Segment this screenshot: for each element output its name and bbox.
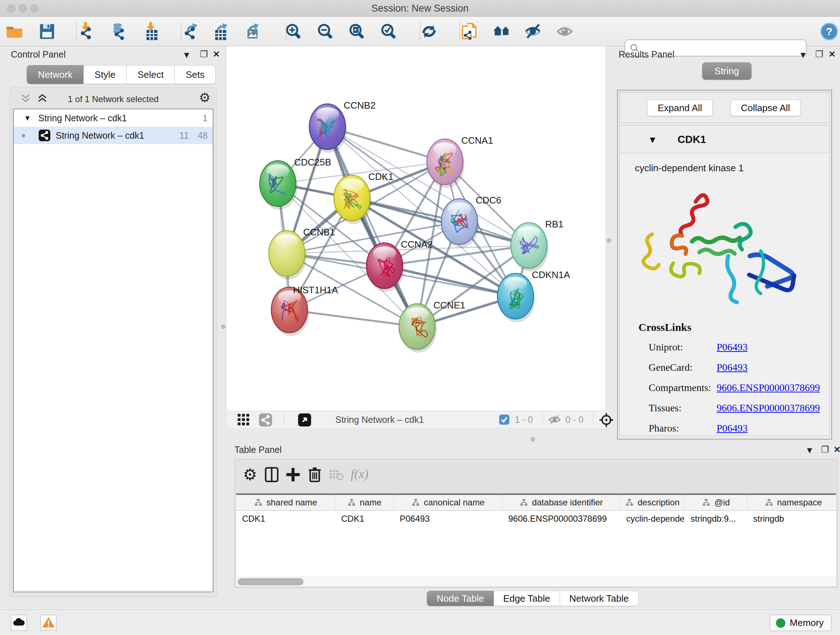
tab-edge-table[interactable]: Edge Table xyxy=(494,591,560,606)
network-options-gear-icon[interactable]: ⚙ xyxy=(199,91,210,104)
import-table-icon[interactable] xyxy=(141,20,164,43)
close-panel-icon[interactable]: ✕ xyxy=(829,49,836,59)
float-panel-icon[interactable]: ❐ xyxy=(821,445,829,455)
tab-node-table[interactable]: Node Table xyxy=(427,591,494,606)
network-view[interactable]: CCNB2 CCNA1 CDC25B CDK1 CDC6 RB1 CCNB1 xyxy=(227,46,605,428)
column-header--id[interactable]: @id xyxy=(685,495,747,510)
crosslink-label: Tissues: xyxy=(649,402,682,414)
left-splitter-handle[interactable] xyxy=(221,325,225,329)
table-cell[interactable]: CDK1 xyxy=(236,511,335,527)
collapse-all-button[interactable]: Collapse All xyxy=(730,100,801,116)
footer-separator xyxy=(542,413,543,426)
table-settings-icon[interactable]: ⚙ xyxy=(240,464,261,486)
table-cell[interactable]: stringdb xyxy=(747,511,836,527)
node-HIST1H1A[interactable]: HIST1H1A xyxy=(271,285,338,336)
float-panel-icon[interactable]: ❐ xyxy=(815,49,823,59)
node-CCNB1[interactable]: CCNB1 xyxy=(269,226,335,279)
panel-menu-icon[interactable]: ▼ xyxy=(182,50,191,60)
table-cell[interactable]: P06493 xyxy=(394,511,502,527)
export-table-icon[interactable] xyxy=(209,20,232,43)
crosslink-link[interactable]: 9606.ENSP00000378699 xyxy=(717,402,820,414)
table-cell[interactable]: cyclin-dependent ... xyxy=(621,511,685,527)
column-header-database-identifier[interactable]: database identifier xyxy=(502,495,621,510)
save-session-icon[interactable] xyxy=(35,20,58,43)
houses-icon[interactable] xyxy=(491,20,514,43)
duplicate-network-icon[interactable] xyxy=(458,20,481,43)
node-entry-header[interactable]: ▼ CDK1 xyxy=(620,127,829,153)
column-header-description[interactable]: description xyxy=(621,495,685,510)
table-horizontal-scrollbar[interactable] xyxy=(236,577,836,586)
node-CDC6[interactable]: CDC6 xyxy=(441,195,501,248)
birdseye-icon[interactable] xyxy=(298,413,311,428)
export-network-icon[interactable] xyxy=(179,20,202,43)
table-cell[interactable]: stringdb:9... xyxy=(685,511,747,527)
table-cell[interactable]: CDK1 xyxy=(335,511,394,527)
crosslink-link[interactable]: P06493 xyxy=(717,362,748,373)
node-CCNA1[interactable]: CCNA1 xyxy=(427,135,493,188)
zoom-fit-icon[interactable] xyxy=(346,20,369,43)
tab-network-table[interactable]: Network Table xyxy=(560,591,638,606)
zoom-selected-icon[interactable] xyxy=(377,20,401,43)
crosslink-label: Uniprot: xyxy=(649,341,683,353)
open-session-icon[interactable] xyxy=(3,20,26,43)
refresh-icon[interactable] xyxy=(417,20,441,43)
tab-string[interactable]: String xyxy=(702,62,752,80)
tab-sets[interactable]: Sets xyxy=(175,65,216,84)
column-header-shared-name[interactable]: shared name xyxy=(236,495,335,510)
svg-text:f(x): f(x) xyxy=(351,467,368,481)
node-CDKN1A[interactable]: CDKN1A xyxy=(497,269,570,322)
import-database-icon[interactable] xyxy=(107,20,130,43)
table-cell[interactable]: 9606.ENSP00000378699 xyxy=(502,511,621,527)
float-panel-icon[interactable]: ❐ xyxy=(200,49,208,59)
right-splitter-handle[interactable] xyxy=(607,239,611,243)
tab-select[interactable]: Select xyxy=(126,65,175,84)
table-row[interactable]: CDK1CDK1P064939606.ENSP00000378699cyclin… xyxy=(236,511,836,527)
grid-view-icon[interactable] xyxy=(237,413,250,428)
node-CCNB2[interactable]: CCNB2 xyxy=(309,100,376,153)
add-icon[interactable] xyxy=(283,464,303,486)
network-tree-row[interactable]: ▼String Network – cdk11 xyxy=(14,109,213,127)
crosslink-link[interactable]: P06493 xyxy=(717,341,748,353)
close-panel-icon[interactable]: ✕ xyxy=(213,49,220,59)
crosshair-icon[interactable] xyxy=(599,412,614,429)
memory-button[interactable]: Memory xyxy=(770,615,831,631)
scrollbar-thumb[interactable] xyxy=(238,578,303,585)
cloud-icon[interactable] xyxy=(11,615,27,631)
expand-all-button[interactable]: Expand All xyxy=(647,100,713,116)
help-icon[interactable]: ? xyxy=(818,20,840,43)
crosslink-link[interactable]: 9606.ENSP00000378699 xyxy=(717,382,820,394)
hidden-eye-icon[interactable] xyxy=(548,414,561,426)
panel-menu-icon[interactable]: ▼ xyxy=(805,445,814,455)
footer-separator xyxy=(284,413,284,426)
function-builder-icon: f(x) xyxy=(349,464,370,486)
column-header-name[interactable]: name xyxy=(335,495,394,510)
node-CCNA2[interactable]: CCNA2 xyxy=(366,239,433,292)
selected-checkbox-icon[interactable] xyxy=(499,414,510,426)
hide-selected-icon[interactable] xyxy=(522,20,545,43)
column-header-canonical-name[interactable]: canonical name xyxy=(394,495,502,510)
tab-network[interactable]: Network xyxy=(27,65,84,84)
node-table[interactable]: shared namenamecanonical namedatabase id… xyxy=(236,494,836,578)
zoom-out-icon[interactable] xyxy=(314,20,337,43)
collapse-entry-icon[interactable]: ▼ xyxy=(648,134,657,146)
edge-CCNB2-CCNE1[interactable] xyxy=(327,127,417,326)
column-header-namespace[interactable]: namespace xyxy=(747,495,836,510)
node-CCNE1[interactable]: CCNE1 xyxy=(399,300,465,353)
triangle-down-icon[interactable]: ▼ xyxy=(24,114,31,122)
crosslink-link[interactable]: P06493 xyxy=(717,423,748,434)
panel-menu-icon[interactable]: ▼ xyxy=(799,50,807,60)
warning-icon[interactable] xyxy=(41,615,57,631)
export-image-icon[interactable] xyxy=(240,20,264,43)
horizontal-splitter-handle[interactable] xyxy=(531,437,535,442)
import-network-icon[interactable] xyxy=(75,20,98,43)
trash-icon[interactable] xyxy=(304,464,325,486)
network-tree-row[interactable]: ● String Network – cdk11148 xyxy=(14,127,213,144)
node-RB1[interactable]: RB1 xyxy=(511,219,564,272)
network-graph[interactable]: CCNB2 CCNA1 CDC25B CDK1 CDC6 RB1 CCNB1 xyxy=(227,46,605,411)
close-panel-icon[interactable]: ✕ xyxy=(834,445,840,455)
share-view-icon[interactable] xyxy=(259,413,272,428)
manage-columns-icon[interactable] xyxy=(261,464,282,486)
show-all-icon[interactable] xyxy=(554,20,577,43)
tab-style[interactable]: Style xyxy=(84,65,126,84)
edge-CDK1-RB1[interactable] xyxy=(352,198,529,245)
